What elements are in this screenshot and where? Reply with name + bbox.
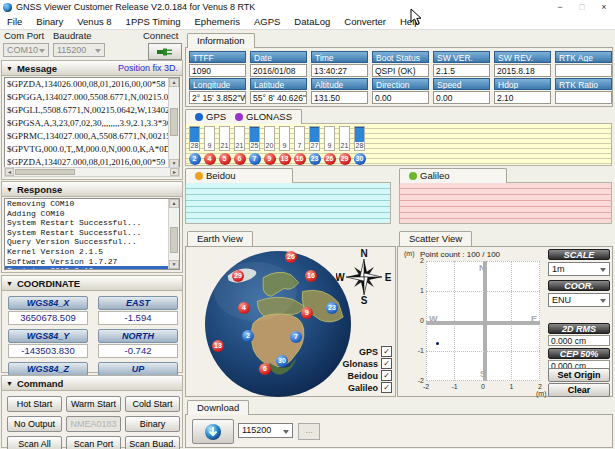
response-vertical-scrollbar[interactable]: ▲ ▼: [168, 199, 179, 269]
snr-bar-fill: [250, 127, 259, 142]
info-field-date: Date2016/01/08: [250, 51, 307, 77]
snr-bar: 9: [324, 126, 335, 151]
coordinate-label: WGS84_Y: [8, 329, 88, 343]
scan-all-button[interactable]: Scan All: [7, 436, 62, 449]
chevron-down-icon: [95, 49, 101, 53]
download-baudrate-select[interactable]: 115200: [238, 423, 293, 438]
message-vertical-scrollbar[interactable]: ▲ ▼: [168, 78, 179, 168]
snr-bar-fill: [340, 130, 349, 142]
info-field-hdop: Hdop2.10: [494, 78, 551, 104]
snr-bar: 9: [279, 126, 290, 151]
satellite-column: 913: [278, 126, 291, 165]
menu-item-agps[interactable]: AGPS: [247, 14, 287, 29]
chevron-down-icon: [600, 268, 606, 272]
earth-satellite-marker: 7: [290, 331, 302, 343]
satellite-column: 257: [248, 126, 261, 165]
command-panel-header[interactable]: ▼ Command: [2, 376, 182, 391]
no-output-button[interactable]: No Output: [7, 416, 62, 432]
close-button[interactable]: ×: [593, 1, 615, 14]
scrollbar-thumb[interactable]: [170, 227, 178, 253]
snr-value: 28: [190, 142, 199, 150]
satellite-column: 282: [188, 126, 201, 165]
earth-satellite-marker: 29: [232, 270, 244, 282]
scroll-up-icon[interactable]: ▲: [169, 78, 179, 87]
menu-item-1pps-timing[interactable]: 1PPS Timing: [119, 14, 188, 29]
tab-scatter-view[interactable]: Scatter View: [399, 231, 472, 246]
coordinate-panel-header[interactable]: ▼ COORDINATE: [2, 276, 182, 291]
tab-galileo[interactable]: Galileo: [399, 168, 507, 183]
menu-item-ephemeris[interactable]: Ephemeris: [188, 14, 247, 29]
maximize-button[interactable]: □: [571, 1, 593, 14]
coor-select[interactable]: ENU: [548, 293, 610, 307]
cold-start-button[interactable]: Cold Start: [125, 396, 180, 412]
svg-text:E: E: [385, 272, 392, 283]
galileo-legend-icon: [409, 172, 417, 180]
gnss-viewer-window: { "window": { "title": "GNSS Viewer Cust…: [0, 0, 615, 449]
response-panel-header[interactable]: ▼ Response: [2, 182, 182, 197]
scrollbar-thumb[interactable]: [15, 169, 75, 175]
snr-value: 21: [220, 142, 229, 150]
binary-button[interactable]: Binary: [125, 416, 180, 432]
galileo-label: Galileo: [420, 169, 450, 183]
scrollbar-thumb[interactable]: [170, 108, 178, 136]
menu-item-binary[interactable]: Binary: [29, 14, 70, 29]
tab-information[interactable]: Information: [187, 33, 255, 48]
tab-beidou[interactable]: Beidou: [185, 168, 293, 183]
info-field-value: 131.50: [311, 91, 368, 104]
scroll-left-icon[interactable]: ◄: [5, 168, 14, 176]
info-field-label: Time: [311, 51, 368, 63]
download-button[interactable]: [192, 419, 234, 444]
snr-value: 21: [235, 142, 244, 150]
satellite-id-badge: 4: [204, 153, 216, 165]
minimize-button[interactable]: −: [549, 1, 571, 14]
checkbox-glonass[interactable]: ✓: [381, 358, 392, 369]
command-panel-title: Command: [17, 378, 63, 389]
nmea-line: $GPZDA,134026.000,08,01,2016,00,00*58: [5, 78, 179, 91]
scan-buad--button[interactable]: Scan Buad.: [125, 436, 180, 449]
clear-button[interactable]: Clear: [548, 383, 610, 397]
scroll-right-icon[interactable]: ►: [170, 168, 179, 176]
menu-item-file[interactable]: File: [0, 14, 29, 29]
satellite-id-badge: 6: [234, 153, 246, 165]
message-horizontal-scrollbar[interactable]: ◄ ►: [4, 167, 180, 177]
svg-text:W: W: [336, 272, 345, 283]
checkbox-label: Beidou: [348, 371, 379, 381]
scale-select[interactable]: 1m: [548, 262, 610, 276]
menu-item-datalog[interactable]: DataLog: [287, 14, 337, 29]
info-field-value: [555, 91, 612, 104]
snr-bar-fill: [310, 127, 319, 142]
snr-value: 28: [355, 142, 364, 150]
menu-item-converter[interactable]: Converter: [337, 14, 393, 29]
checkbox-galileo[interactable]: ✓: [381, 382, 392, 393]
snr-bar: 21: [339, 126, 350, 151]
svg-text:N: N: [360, 249, 367, 259]
hot-start-button[interactable]: Hot Start: [7, 396, 62, 412]
download-globe-icon: [204, 423, 222, 441]
scan-port-button[interactable]: Scan Port: [66, 436, 121, 449]
scale-label: SCALE: [548, 249, 610, 260]
tab-download[interactable]: Download: [187, 400, 249, 415]
menu-item-venus-8[interactable]: Venus 8: [70, 14, 118, 29]
scroll-up-icon[interactable]: ▲: [169, 199, 179, 208]
connect-button[interactable]: [148, 43, 182, 60]
set-origin-button[interactable]: Set Origin: [548, 368, 610, 382]
command-panel: ▼ Command Hot StartWarm StartCold StartN…: [1, 375, 183, 448]
response-line: Adding COM10: [5, 209, 179, 219]
checkbox-gps[interactable]: ✓: [381, 346, 392, 357]
message-panel-header[interactable]: ▼ Message Position fix 3D.: [2, 61, 182, 76]
collapse-arrow-icon: ▼: [6, 186, 13, 193]
scroll-down-icon[interactable]: ▼: [169, 260, 179, 269]
snr-bar: 28: [189, 126, 200, 151]
checkbox-beidou[interactable]: ✓: [381, 370, 392, 381]
browse-more-button[interactable]: ...: [298, 423, 320, 440]
tab-gps-glonass[interactable]: GPS GLONASS: [185, 109, 302, 124]
coordinate-value: -1.594: [98, 311, 178, 325]
snr-bar: 20: [264, 126, 275, 151]
warm-start-button[interactable]: Warm Start: [66, 396, 121, 412]
nmea-line: $GPGGA,134027.000,5508.6771,N,00215.0642…: [5, 91, 179, 104]
response-list: ▲ ▼ Removing COM10Adding COM10System Res…: [4, 198, 180, 270]
snr-bar: 28: [354, 126, 365, 151]
tab-earth-view[interactable]: Earth View: [187, 231, 253, 246]
x-axis-tick: 0: [476, 383, 490, 390]
app-globe-icon: [3, 3, 12, 12]
